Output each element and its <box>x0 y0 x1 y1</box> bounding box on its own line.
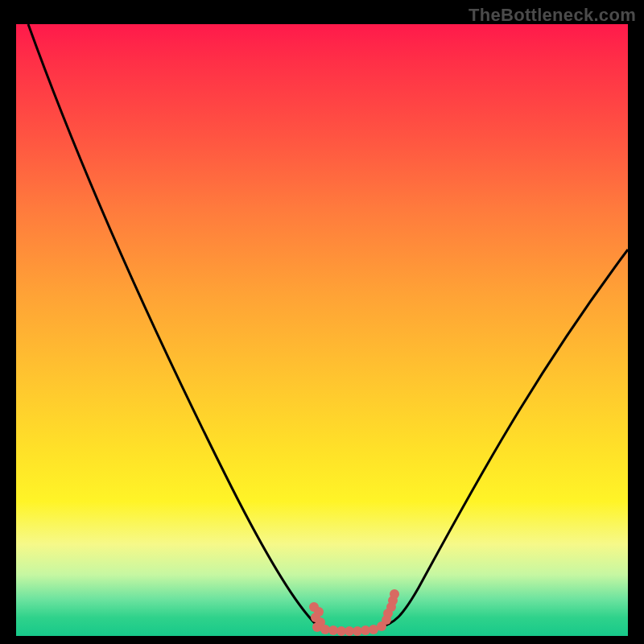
bottom-dot-cluster <box>309 589 399 636</box>
chart-root: TheBottleneck.com <box>0 0 644 644</box>
watermark-text: TheBottleneck.com <box>469 5 636 26</box>
svg-point-17 <box>390 589 399 599</box>
chart-svg <box>16 24 628 636</box>
plot-area <box>16 24 628 636</box>
curve-path <box>28 24 628 630</box>
